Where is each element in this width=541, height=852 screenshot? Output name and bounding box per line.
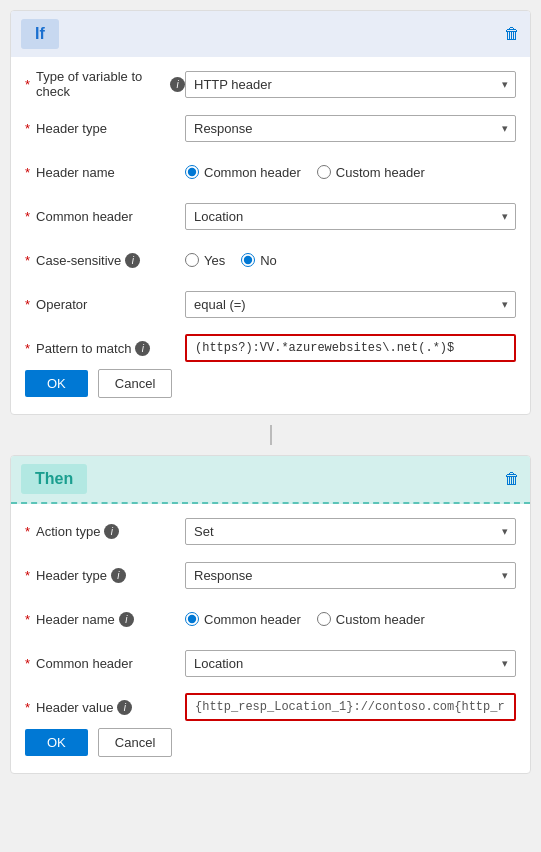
then-custom-header-option[interactable]: Custom header [317, 612, 425, 627]
action-type-select-wrapper: Set Append Delete ▾ [185, 518, 516, 545]
then-header-value-input-wrapper [185, 693, 516, 721]
required-star-11: * [25, 656, 30, 671]
required-star: * [25, 77, 30, 92]
required-star-4: * [25, 209, 30, 224]
if-case-sensitive-radio-group: Yes No [185, 253, 516, 268]
type-of-variable-select[interactable]: HTTP header HTTP status Query string [185, 71, 516, 98]
if-no-radio[interactable] [241, 253, 255, 267]
then-header-name-radio-group: Common header Custom header [185, 612, 516, 627]
required-star-5: * [25, 253, 30, 268]
if-custom-header-option[interactable]: Custom header [317, 165, 425, 180]
then-common-header-control: Location Content-Type ▾ [185, 650, 516, 677]
then-header-type-select-wrapper: Response Request ▾ [185, 562, 516, 589]
if-header-type-control: Response Request ▾ [185, 115, 516, 142]
action-type-info-icon[interactable]: i [104, 524, 119, 539]
then-common-header-row: * Common header Location Content-Type ▾ [25, 648, 516, 678]
if-card-body: * Type of variable to check i HTTP heade… [11, 57, 530, 414]
required-star-7: * [25, 341, 30, 356]
then-header-value-row: * Header value i [25, 692, 516, 722]
if-header-type-row: * Header type Response Request ▾ [25, 113, 516, 143]
if-pattern-input[interactable] [187, 336, 514, 360]
type-of-variable-select-wrapper: HTTP header HTTP status Query string ▾ [185, 71, 516, 98]
then-card-header: Then 🗑 [11, 456, 530, 504]
type-of-variable-control: HTTP header HTTP status Query string ▾ [185, 71, 516, 98]
required-star-9: * [25, 568, 30, 583]
if-common-header-field-label: * Common header [25, 209, 185, 224]
if-operator-row: * Operator equal (=) contains starts wit… [25, 289, 516, 319]
if-common-header-option[interactable]: Common header [185, 165, 301, 180]
if-delete-icon[interactable]: 🗑 [504, 25, 520, 43]
if-case-sensitive-label: * Case-sensitive i [25, 253, 185, 268]
then-common-header-field-label: * Common header [25, 656, 185, 671]
then-header-name-control: Common header Custom header [185, 612, 516, 627]
if-common-header-select-wrapper: Location Content-Type ▾ [185, 203, 516, 230]
then-common-header-radio[interactable] [185, 612, 199, 626]
then-ok-button[interactable]: OK [25, 729, 88, 756]
if-header-name-control: Common header Custom header [185, 165, 516, 180]
if-no-label: No [260, 253, 277, 268]
required-star-6: * [25, 297, 30, 312]
then-delete-icon[interactable]: 🗑 [504, 470, 520, 488]
then-header-type-info-icon[interactable]: i [111, 568, 126, 583]
then-header-name-row: * Header name i Common header Custom hea… [25, 604, 516, 634]
if-yes-label: Yes [204, 253, 225, 268]
if-header-type-label: * Header type [25, 121, 185, 136]
if-yes-option[interactable]: Yes [185, 253, 225, 268]
required-star-2: * [25, 121, 30, 136]
if-common-header-radio[interactable] [185, 165, 199, 179]
required-star-3: * [25, 165, 30, 180]
if-header-name-row: * Header name Common header Custom heade… [25, 157, 516, 187]
then-btn-row: OK Cancel [25, 728, 516, 761]
if-common-header-control: Location Content-Type ▾ [185, 203, 516, 230]
if-operator-select[interactable]: equal (=) contains starts with [185, 291, 516, 318]
then-custom-header-radio[interactable] [317, 612, 331, 626]
if-no-option[interactable]: No [241, 253, 277, 268]
if-yes-radio[interactable] [185, 253, 199, 267]
then-label: Then [21, 464, 87, 494]
then-card-body: * Action type i Set Append Delete ▾ [11, 504, 530, 773]
then-custom-header-label: Custom header [336, 612, 425, 627]
action-type-control: Set Append Delete ▾ [185, 518, 516, 545]
if-pattern-row: * Pattern to match i [25, 333, 516, 363]
then-header-type-row: * Header type i Response Request ▾ [25, 560, 516, 590]
then-cancel-button[interactable]: Cancel [98, 728, 172, 757]
case-sensitive-info-icon[interactable]: i [125, 253, 140, 268]
divider-line [270, 425, 272, 445]
required-star-8: * [25, 524, 30, 539]
if-case-sensitive-row: * Case-sensitive i Yes No [25, 245, 516, 275]
type-of-variable-info-icon[interactable]: i [170, 77, 185, 92]
if-cancel-button[interactable]: Cancel [98, 369, 172, 398]
if-label: If [21, 19, 59, 49]
if-btn-row: OK Cancel [25, 369, 516, 402]
if-pattern-label: * Pattern to match i [25, 341, 185, 356]
then-common-header-select-wrapper: Location Content-Type ▾ [185, 650, 516, 677]
if-pattern-input-wrapper [185, 334, 516, 362]
then-header-value-input[interactable] [187, 695, 514, 719]
if-custom-header-radio[interactable] [317, 165, 331, 179]
if-common-header-label: Common header [204, 165, 301, 180]
pattern-info-icon[interactable]: i [135, 341, 150, 356]
if-header-type-select-wrapper: Response Request ▾ [185, 115, 516, 142]
action-type-select[interactable]: Set Append Delete [185, 518, 516, 545]
then-header-type-label: * Header type i [25, 568, 185, 583]
then-header-name-info-icon[interactable]: i [119, 612, 134, 627]
required-star-10: * [25, 612, 30, 627]
then-common-header-label: Common header [204, 612, 301, 627]
if-operator-control: equal (=) contains starts with ▾ [185, 291, 516, 318]
if-operator-label: * Operator [25, 297, 185, 312]
if-card: If 🗑 * Type of variable to check i HTTP … [10, 10, 531, 415]
if-header-type-select[interactable]: Response Request [185, 115, 516, 142]
if-common-header-select[interactable]: Location Content-Type [185, 203, 516, 230]
then-header-type-select[interactable]: Response Request [185, 562, 516, 589]
then-header-value-label: * Header value i [25, 700, 185, 715]
then-common-header-select[interactable]: Location Content-Type [185, 650, 516, 677]
then-header-name-label: * Header name i [25, 612, 185, 627]
action-type-label: * Action type i [25, 524, 185, 539]
then-card: Then 🗑 * Action type i Set Append Delete [10, 455, 531, 774]
if-ok-button[interactable]: OK [25, 370, 88, 397]
if-case-sensitive-control: Yes No [185, 253, 516, 268]
header-value-info-icon[interactable]: i [117, 700, 132, 715]
if-header-name-radio-group: Common header Custom header [185, 165, 516, 180]
then-common-header-option[interactable]: Common header [185, 612, 301, 627]
divider [10, 425, 531, 445]
